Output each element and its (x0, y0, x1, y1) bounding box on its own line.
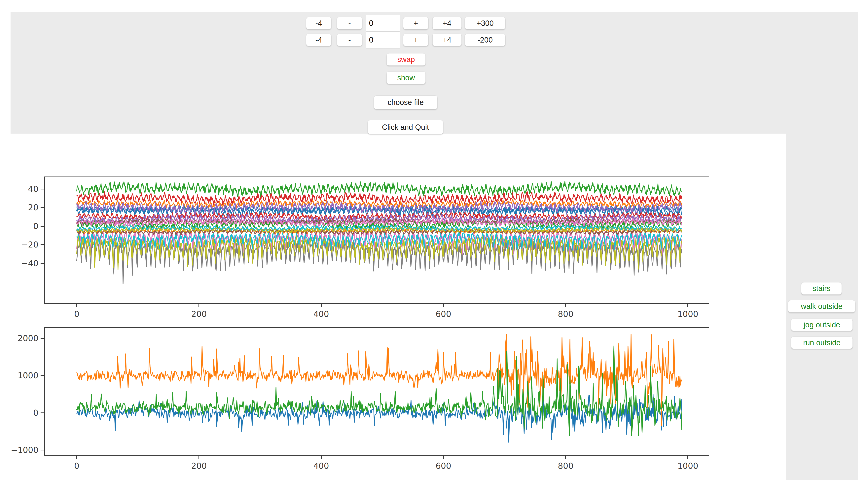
y-axis-tick-label: 0 (0, 221, 38, 231)
jog-outside-button[interactable]: jog outside (791, 319, 853, 331)
x-axis-tick-label: 800 (558, 309, 574, 319)
run-outside-button[interactable]: run outside (791, 336, 853, 349)
y-axis-tick (40, 263, 44, 264)
y-axis-tick (40, 450, 44, 450)
y-axis-tick (40, 338, 44, 339)
y-axis-tick-label: −1000 (0, 445, 38, 455)
x-axis-tick-label: 1000 (678, 461, 698, 471)
sensor-channels-chart (44, 176, 709, 304)
y-axis-tick (40, 244, 44, 245)
walk-outside-button[interactable]: walk outside (788, 300, 855, 313)
stairs-button[interactable]: stairs (801, 282, 842, 295)
toolbar-panel (10, 12, 858, 134)
x-axis-tick-label: 400 (313, 309, 329, 319)
y-axis-tick (40, 226, 44, 227)
click-and-quit-button[interactable]: Click and Quit (368, 120, 443, 134)
x-axis-tick-label: 0 (74, 309, 80, 319)
x-axis-tick-label: 400 (313, 461, 329, 471)
swap-button[interactable]: swap (386, 53, 426, 66)
decrement-4-button-row1[interactable]: -4 (306, 17, 331, 29)
y-axis-tick (40, 413, 44, 413)
x-axis-tick-label: 200 (191, 309, 207, 319)
app-window: { "colors": { "panel_bg": "#ebebeb", "bu… (0, 0, 868, 487)
accelerometer-canvas (45, 328, 709, 455)
y-axis-tick-label: 2000 (0, 333, 38, 343)
increment-4-button-row1[interactable]: +4 (432, 17, 462, 29)
value-entry-row1[interactable] (366, 15, 400, 31)
y-axis-tick-label: 40 (0, 184, 38, 194)
sensor-channels-canvas (45, 177, 709, 303)
plus-300-button[interactable]: +300 (465, 17, 505, 29)
increment-button-row1[interactable]: + (403, 17, 428, 29)
decrement-button-row1[interactable]: - (337, 17, 362, 29)
x-axis-tick (443, 456, 444, 459)
x-axis-tick (76, 304, 77, 307)
x-axis-tick (565, 304, 566, 307)
x-axis-tick (687, 304, 688, 307)
y-axis-tick-label: −40 (0, 259, 38, 268)
show-button[interactable]: show (386, 71, 426, 84)
value-entry-row2[interactable] (366, 32, 400, 48)
x-axis-tick-label: 0 (74, 461, 80, 471)
minus-200-button[interactable]: -200 (465, 34, 505, 46)
x-axis-tick (198, 304, 199, 307)
x-axis-tick (321, 456, 321, 459)
x-axis-tick (76, 456, 77, 459)
decrement-button-row2[interactable]: - (337, 34, 362, 46)
x-axis-tick (443, 304, 444, 307)
x-axis-tick (565, 456, 566, 459)
decrement-4-button-row2[interactable]: -4 (306, 34, 331, 46)
accelerometer-chart (44, 327, 709, 456)
x-axis-tick-label: 800 (558, 461, 574, 471)
x-axis-tick-label: 1000 (678, 309, 698, 319)
y-axis-tick-label: −20 (0, 240, 38, 250)
x-axis-tick-label: 200 (191, 461, 207, 471)
choose-file-button[interactable]: choose file (374, 95, 437, 109)
x-axis-tick (687, 456, 688, 459)
increment-4-button-row2[interactable]: +4 (432, 34, 462, 46)
x-axis-tick-label: 600 (436, 461, 451, 471)
increment-button-row2[interactable]: + (403, 34, 428, 46)
x-axis-tick (198, 456, 199, 459)
y-axis-tick-label: 0 (0, 408, 38, 418)
y-axis-tick (40, 375, 44, 376)
x-axis-tick (321, 304, 321, 307)
y-axis-tick (40, 207, 44, 208)
y-axis-tick-label: 20 (0, 203, 38, 212)
y-axis-tick (40, 189, 44, 189)
y-axis-tick-label: 1000 (0, 371, 38, 380)
x-axis-tick-label: 600 (436, 309, 451, 319)
